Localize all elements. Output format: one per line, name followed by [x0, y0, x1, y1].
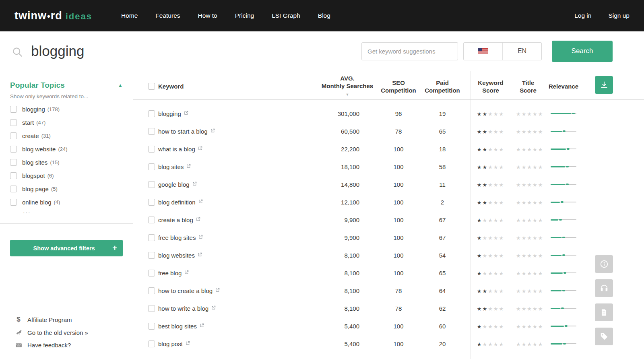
seo-competition-value: 100	[378, 252, 419, 259]
row-checkbox[interactable]	[148, 270, 155, 276]
header-keyword-score[interactable]: Keyword Score	[465, 79, 516, 94]
row-checkbox[interactable]	[148, 181, 155, 188]
select-all-checkbox[interactable]	[148, 83, 155, 90]
paid-competition-value: 18	[419, 146, 465, 153]
row-checkbox[interactable]	[148, 323, 155, 330]
signup-link[interactable]: Sign up	[608, 12, 630, 19]
headset-icon	[600, 284, 609, 293]
row-checkbox[interactable]	[148, 287, 155, 294]
keyword-suggestions-input[interactable]	[361, 42, 458, 60]
external-link-icon	[198, 235, 203, 239]
seo-competition-value: 78	[378, 128, 419, 135]
header-paid-competition[interactable]: Paid Competition	[419, 79, 465, 94]
keyword-link[interactable]: what is a blog	[158, 146, 202, 153]
affiliate-program-link[interactable]: $ Affiliate Program	[14, 316, 88, 324]
relevance-bar	[551, 325, 576, 327]
seo-competition-value: 100	[378, 146, 419, 153]
relevance-bar	[551, 343, 576, 345]
nav-item-features[interactable]: Features	[155, 12, 180, 19]
topic-checkbox[interactable]	[10, 199, 17, 206]
nav-item-how-to[interactable]: How to	[198, 12, 217, 19]
row-checkbox[interactable]	[148, 163, 155, 170]
logo-text-2: rd	[51, 10, 62, 22]
sort-arrow-icon[interactable]: ▼	[317, 91, 378, 99]
language-selector[interactable]: EN	[503, 43, 541, 60]
row-checkbox[interactable]	[148, 340, 155, 347]
country-selector[interactable]	[464, 43, 503, 60]
topic-count: (178)	[47, 106, 60, 112]
keyword-link[interactable]: google blog	[158, 181, 197, 188]
row-checkbox[interactable]	[148, 252, 155, 259]
keyword-link[interactable]: free blog sites	[158, 234, 203, 241]
nav-item-blog[interactable]: Blog	[318, 12, 330, 19]
keyword-link[interactable]: blog websites	[158, 252, 202, 259]
more-topics-indicator[interactable]: ...	[23, 210, 123, 213]
topic-checkbox[interactable]	[10, 106, 17, 113]
search-query-input[interactable]: blogging	[31, 43, 84, 59]
header-seo-competition[interactable]: SEO Competition	[378, 79, 419, 94]
show-advanced-filters-button[interactable]: Show advanced filters +	[10, 240, 123, 256]
topic-checkbox[interactable]	[10, 119, 17, 126]
row-checkbox[interactable]	[148, 305, 155, 312]
title-score-stars: ★★★★★	[516, 324, 543, 330]
row-checkbox[interactable]	[148, 128, 155, 135]
header-relevance[interactable]: Relevance	[540, 83, 587, 90]
search-button[interactable]: Search	[552, 41, 613, 62]
login-link[interactable]: Log in	[574, 12, 591, 19]
row-checkbox[interactable]	[148, 199, 155, 206]
topic-item[interactable]: blog website (24)	[10, 146, 123, 153]
keyword-link[interactable]: how to start a blog	[158, 128, 215, 135]
nav-item-pricing[interactable]: Pricing	[235, 12, 254, 19]
keyword-link[interactable]: blogging	[158, 110, 188, 117]
header-title-score[interactable]: Title Score	[516, 79, 540, 94]
nav-item-home[interactable]: Home	[121, 12, 138, 19]
topic-checkbox[interactable]	[10, 146, 17, 153]
topic-item[interactable]: blogspot (6)	[10, 172, 123, 179]
download-button[interactable]	[595, 76, 613, 94]
title-score-stars: ★★★★★	[516, 164, 543, 170]
row-checkbox[interactable]	[148, 110, 155, 117]
avg-monthly-searches-value: 5,400	[301, 323, 378, 330]
document-icon	[600, 308, 608, 317]
keyword-link[interactable]: create a blog	[158, 217, 200, 223]
topic-checkbox[interactable]	[10, 172, 17, 179]
auth-links: Log in Sign up	[574, 12, 630, 19]
info-button[interactable]	[595, 255, 613, 273]
paid-competition-value: 11	[419, 181, 465, 188]
info-icon	[600, 260, 609, 268]
header-avg-monthly-searches[interactable]: AVG. Monthly Searches ▼	[301, 74, 378, 99]
row-checkbox[interactable]	[148, 234, 155, 241]
topic-count: (31)	[41, 133, 51, 139]
topic-item[interactable]: online blog (4)	[10, 199, 123, 206]
keyword-link[interactable]: blog sites	[158, 163, 191, 170]
keyword-link[interactable]: free blog	[158, 270, 189, 276]
topic-checkbox[interactable]	[10, 159, 17, 166]
topic-checkbox[interactable]	[10, 132, 17, 139]
topic-item[interactable]: blog page (5)	[10, 186, 123, 192]
topic-item[interactable]: blogging (178)	[10, 106, 123, 113]
keyword-link[interactable]: how to create a blog	[158, 287, 220, 294]
collapse-arrow-icon[interactable]: ▲	[118, 83, 123, 88]
topic-item[interactable]: blog sites (15)	[10, 159, 123, 166]
language-box: EN	[463, 42, 542, 60]
tag-button[interactable]	[595, 328, 613, 345]
support-button[interactable]	[595, 279, 613, 297]
topic-item[interactable]: create (31)	[10, 132, 123, 139]
nav-item-lsi-graph[interactable]: LSI Graph	[272, 12, 300, 19]
feedback-link[interactable]: Have feedback?	[14, 342, 88, 349]
topic-checkbox[interactable]	[10, 186, 17, 192]
table-row: free blog 8,100 100 65 ★★★★★ ★★★★★	[133, 264, 644, 282]
report-button[interactable]	[595, 303, 613, 321]
keyword-link[interactable]: best blog sites	[158, 323, 204, 330]
keyword-link[interactable]: blog post	[158, 340, 190, 347]
brand-logo[interactable]: twinw•rd ideas	[14, 10, 92, 22]
old-version-link[interactable]: Go to the old version »	[14, 329, 88, 336]
topic-item[interactable]: start (47)	[10, 119, 123, 126]
row-checkbox[interactable]	[148, 146, 155, 153]
keyword-text: blog sites	[158, 163, 184, 170]
topic-label: blogspot	[22, 172, 45, 179]
header-keyword[interactable]: Keyword	[158, 83, 301, 90]
row-checkbox[interactable]	[148, 217, 155, 223]
keyword-link[interactable]: blog definition	[158, 199, 203, 206]
keyword-link[interactable]: how to write a blog	[158, 305, 216, 312]
